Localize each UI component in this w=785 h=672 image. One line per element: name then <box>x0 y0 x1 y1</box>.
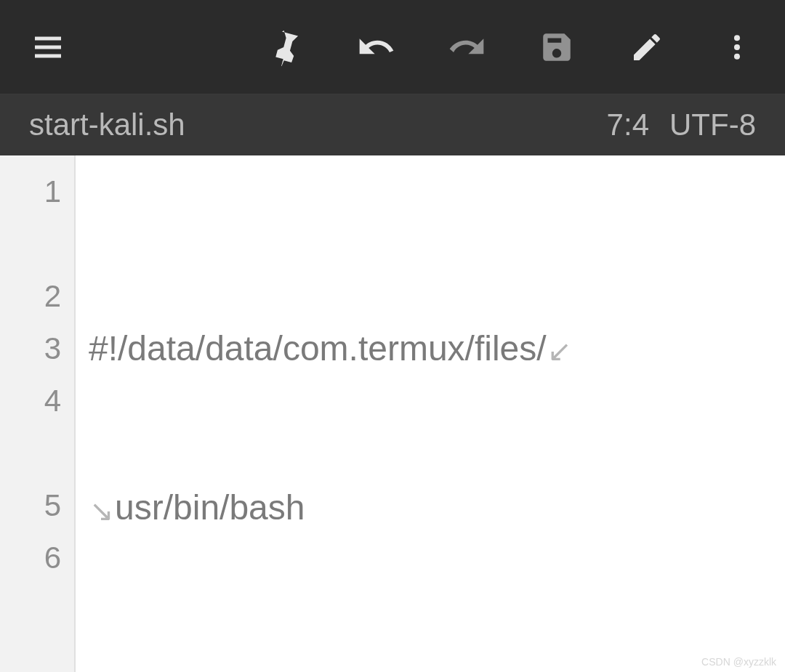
save-icon <box>539 29 575 65</box>
svg-point-4 <box>734 44 740 49</box>
code-line-cont[interactable]: ↘usr/bin/bash <box>89 482 775 536</box>
code-line[interactable]: #!/data/data/com.termux/files/↙ <box>89 323 775 377</box>
redo-button[interactable] <box>445 25 488 69</box>
code-text: usr/bin/bash <box>115 488 305 527</box>
wrap-down-icon: ↙ <box>547 325 573 377</box>
line-number: 6 <box>0 532 61 584</box>
line-number: 5 <box>0 479 61 532</box>
line-number: 3 <box>0 323 61 375</box>
svg-point-5 <box>734 53 740 59</box>
code-area[interactable]: #!/data/data/com.termux/files/↙ ↘usr/bin… <box>76 155 785 672</box>
code-text: #!/data/data/com.termux/files/ <box>89 329 547 368</box>
line-gutter: 1 2 3 4 5 6 <box>0 155 76 672</box>
watermark: CSDN @xyzzklk <box>701 656 776 668</box>
edit-icon <box>629 30 664 65</box>
line-number: 1 <box>0 166 61 218</box>
pin-button[interactable] <box>265 25 308 69</box>
cursor-position: 7:4 <box>607 108 649 142</box>
encoding-indicator[interactable]: UTF-8 <box>669 108 756 142</box>
editor[interactable]: 1 2 3 4 5 6 #!/data/data/com.termux/file… <box>0 155 785 672</box>
toolbar <box>0 0 785 94</box>
menu-icon <box>31 30 65 65</box>
more-button[interactable] <box>715 25 759 69</box>
line-number: 4 <box>0 375 61 427</box>
save-button[interactable] <box>535 25 579 69</box>
more-icon <box>721 31 753 63</box>
menu-button[interactable] <box>26 25 70 69</box>
undo-icon <box>356 27 397 68</box>
status-filename[interactable]: start-kali.sh <box>29 108 607 142</box>
redo-icon <box>446 27 487 68</box>
edit-button[interactable] <box>625 25 669 69</box>
pin-icon <box>267 28 305 66</box>
status-bar: start-kali.sh 7:4 UTF-8 <box>0 94 785 155</box>
wrap-cont-icon: ↘ <box>89 485 115 537</box>
undo-button[interactable] <box>355 25 398 69</box>
line-number: 2 <box>0 270 61 323</box>
svg-point-3 <box>734 35 740 41</box>
